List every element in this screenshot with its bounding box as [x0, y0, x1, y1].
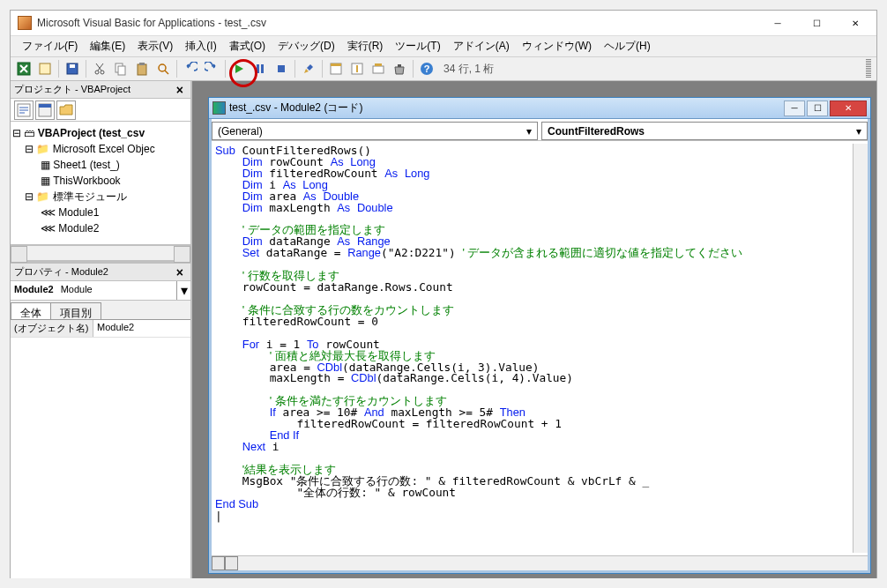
code-window: test_.csv - Module2 (コード) ─ ☐ ✕ (General…	[208, 97, 871, 574]
tree-excel-objects-folder[interactable]: Microsoft Excel Objec	[53, 143, 155, 155]
svg-rect-7	[118, 66, 125, 75]
code-window-title: test_.csv - Module2 (コード)	[229, 100, 362, 115]
menu-run[interactable]: 実行(R)	[341, 36, 390, 56]
svg-point-4	[95, 71, 99, 74]
folder-icon[interactable]	[56, 100, 76, 120]
code-window-titlebar[interactable]: test_.csv - Module2 (コード) ─ ☐ ✕	[209, 98, 870, 119]
svg-rect-11	[257, 64, 259, 73]
module-icon	[212, 101, 226, 115]
svg-text:?: ?	[424, 63, 430, 74]
cursor-position: 34 行, 1 桁	[444, 62, 494, 77]
menu-addins[interactable]: アドイン(A)	[447, 36, 516, 56]
svg-rect-19	[398, 64, 401, 67]
menu-window[interactable]: ウィンドウ(W)	[516, 36, 598, 56]
paste-icon[interactable]	[132, 59, 152, 78]
menu-format[interactable]: 書式(O)	[223, 36, 272, 56]
minimize-button[interactable]: ─	[758, 11, 797, 35]
tree-thisworkbook[interactable]: ThisWorkbook	[53, 175, 120, 187]
procedure-view-icon[interactable]	[212, 556, 225, 570]
insert-userform-icon[interactable]	[35, 59, 55, 78]
code-close-button[interactable]: ✕	[830, 100, 867, 116]
properties-grid[interactable]: (オブジェクト名) Module2	[11, 320, 190, 579]
help-icon[interactable]: ?	[417, 59, 436, 78]
tree-modules-folder[interactable]: 標準モジュール	[53, 190, 127, 203]
chevron-down-icon: ▾	[526, 125, 532, 138]
svg-rect-1	[40, 63, 50, 74]
project-hscroll[interactable]	[11, 245, 190, 260]
tree-sheet1[interactable]: Sheet1 (test_)	[53, 159, 119, 171]
chevron-down-icon: ▾	[856, 125, 861, 138]
menu-edit[interactable]: 編集(E)	[84, 36, 131, 56]
design-mode-icon[interactable]	[299, 59, 318, 78]
app-icon	[18, 16, 32, 30]
procedure-dropdown-value: CountFilteredRows	[548, 125, 645, 138]
prop-tab-categorized[interactable]: 項目別	[50, 302, 101, 319]
maximize-button[interactable]: ☐	[797, 11, 836, 35]
code-maximize-button[interactable]: ☐	[807, 100, 828, 116]
break-icon[interactable]	[250, 59, 270, 78]
menu-file[interactable]: ファイル(F)	[16, 36, 84, 56]
svg-rect-15	[331, 63, 341, 66]
view-object-icon[interactable]	[35, 100, 55, 120]
menu-debug[interactable]: デバッグ(D)	[272, 36, 341, 56]
stop-icon[interactable]	[272, 59, 291, 78]
svg-rect-24	[39, 104, 51, 108]
toolbox-icon[interactable]	[390, 59, 409, 78]
prop-row-name-value[interactable]: Module2	[93, 320, 190, 337]
svg-rect-13	[278, 65, 285, 72]
chevron-down-icon[interactable]: ▾	[176, 281, 190, 300]
save-icon[interactable]	[63, 59, 82, 78]
undo-icon[interactable]	[181, 59, 200, 78]
svg-rect-3	[70, 64, 75, 68]
menubar: ファイル(F) 編集(E) 表示(V) 挿入(I) 書式(O) デバッグ(D) …	[11, 35, 876, 56]
properties-panel-close-icon[interactable]: ×	[173, 265, 187, 279]
svg-rect-8	[138, 64, 146, 75]
menu-view[interactable]: 表示(V)	[131, 36, 179, 56]
object-browser-icon[interactable]	[369, 59, 388, 78]
procedure-dropdown[interactable]: CountFilteredRows ▾	[541, 122, 868, 140]
window-title: Microsoft Visual Basic for Applications …	[37, 17, 758, 29]
menu-insert[interactable]: 挿入(I)	[179, 36, 222, 56]
tree-module1[interactable]: Module1	[58, 206, 99, 219]
tree-root[interactable]: VBAProject (test_csv	[38, 127, 145, 139]
svg-rect-17	[373, 66, 384, 73]
redo-icon[interactable]	[202, 59, 221, 78]
excel-icon[interactable]	[14, 59, 34, 78]
code-hscroll[interactable]	[212, 555, 868, 570]
menu-tools[interactable]: ツール(T)	[389, 36, 446, 56]
svg-point-10	[159, 64, 166, 71]
titlebar: Microsoft Visual Basic for Applications …	[11, 11, 876, 35]
find-icon[interactable]	[153, 59, 173, 78]
object-dropdown-value: (General)	[218, 125, 263, 138]
full-module-view-icon[interactable]	[225, 556, 238, 570]
toolbar: ? 34 行, 1 桁	[11, 56, 876, 81]
project-panel-header: プロジェクト - VBAProject ×	[11, 81, 190, 99]
run-icon[interactable]	[229, 59, 249, 78]
prop-object-name: Module2	[11, 281, 57, 300]
properties-panel-header: プロパティ - Module2 ×	[11, 264, 190, 281]
project-tree[interactable]: ⊟ 🗃 VBAProject (test_csv ⊟ 📁 Microsoft E…	[11, 122, 190, 245]
view-code-icon[interactable]	[14, 100, 34, 120]
project-panel-close-icon[interactable]: ×	[173, 83, 187, 97]
svg-rect-12	[261, 64, 264, 73]
cut-icon[interactable]	[90, 59, 109, 78]
svg-point-5	[101, 71, 104, 74]
tree-module2[interactable]: Module2	[58, 222, 99, 234]
properties-panel-title: プロパティ - Module2	[14, 265, 108, 279]
code-vscroll[interactable]	[853, 144, 868, 553]
prop-row-name-label: (オブジェクト名)	[11, 320, 93, 337]
code-editor[interactable]: Sub CountFilteredRows() Dim rowCount As …	[212, 144, 853, 553]
svg-rect-9	[139, 63, 145, 65]
copy-icon[interactable]	[111, 59, 130, 78]
menu-help[interactable]: ヘルプ(H)	[598, 36, 657, 56]
properties-icon[interactable]	[347, 59, 367, 78]
prop-object-type: Module	[57, 281, 176, 300]
toolbar-drag-handle[interactable]	[866, 59, 871, 78]
properties-object-select[interactable]: Module2 Module ▾	[11, 281, 190, 301]
code-minimize-button[interactable]: ─	[784, 100, 805, 116]
project-panel-title: プロジェクト - VBAProject	[14, 83, 130, 96]
project-explorer-icon[interactable]	[326, 59, 346, 78]
close-button[interactable]: ✕	[836, 11, 875, 35]
object-dropdown[interactable]: (General) ▾	[212, 122, 538, 140]
prop-tab-all[interactable]: 全体	[11, 302, 51, 319]
